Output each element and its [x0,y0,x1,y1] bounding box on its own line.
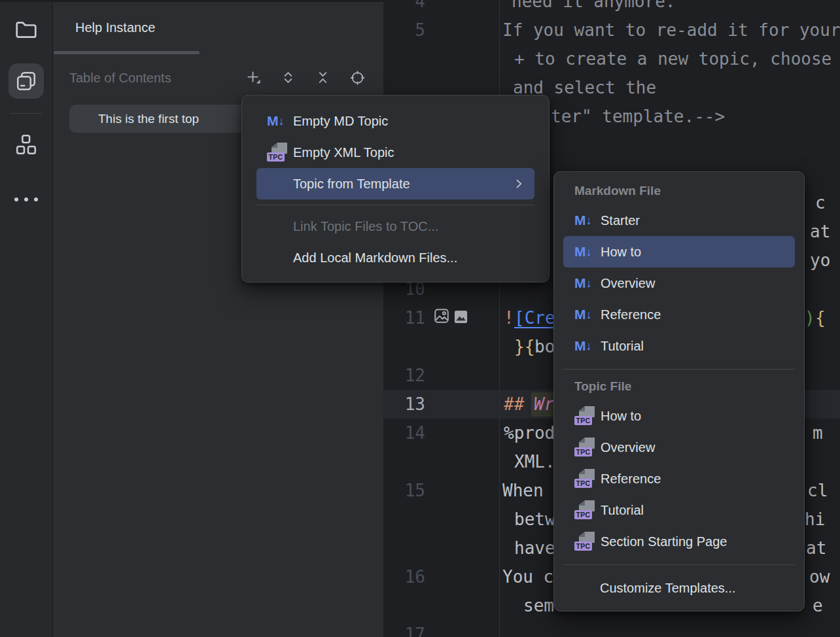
code-text: You c [502,562,553,591]
toc-instances-icon [14,69,38,93]
code-text: cl [807,476,828,505]
menu-separator [563,564,795,565]
line-number-active: 13 [383,390,425,419]
project-folder-button[interactable] [9,12,44,47]
code-link[interactable]: [Cre [514,303,555,332]
add-button[interactable] [246,70,261,85]
line-number: 11 [383,303,425,332]
topic-file-icon: TPC [267,142,288,163]
tool-window-stripe [0,0,53,637]
code-text: have [514,534,555,562]
menu-item-empty-xml-topic[interactable]: TPC Empty XML Topic [256,137,534,168]
code-text: ! [504,303,514,332]
code-text: at [810,217,830,246]
markdown-icon: M↓ [574,337,595,354]
submenu-arrow-icon [512,177,525,190]
toc-tool-button[interactable] [9,63,44,99]
menu-item-add-local-markdown[interactable]: Add Local Markdown Files... [256,242,534,273]
submenu-item-tutorial-topic[interactable]: TPC Tutorial [563,494,795,526]
code-text: XML. [514,447,555,476]
collapse-all-icon[interactable] [315,70,330,85]
submenu-section-header: Topic File [554,377,804,396]
code-text: betw [514,505,555,534]
menu-separator [563,369,795,370]
expand-all-icon[interactable] [281,70,296,85]
submenu-item-reference-md[interactable]: M↓ Reference [563,299,795,330]
menu-separator [256,205,534,205]
code-text: yo [810,246,830,275]
submenu-item-how-to-md[interactable]: M↓ How to [563,236,795,267]
line-number: 15 [383,476,425,505]
submenu-item-section-starting-page[interactable]: TPC Section Starting Page [563,526,795,557]
menu-item-empty-md-topic[interactable]: M↓ Empty MD Topic [256,105,534,137]
structure-icon [14,133,38,156]
submenu-item-overview-md[interactable]: M↓ Overview [563,267,795,299]
more-tools-button[interactable] [9,182,44,217]
topic-file-icon: TPC [574,468,595,489]
topic-file-icon: TPC [574,405,595,426]
menu-item-topic-from-template[interactable]: Topic from Template [256,168,534,199]
code-text: ) [805,303,815,332]
tool-window-tab[interactable]: Help Instance [75,20,155,35]
code-text: bo [534,332,555,361]
code-text: ## [504,390,524,419]
image-outline-icon[interactable] [433,307,450,324]
markdown-icon: M↓ [574,306,595,323]
active-tab-indicator [54,51,200,54]
line-number: 5 [383,16,425,44]
code-text: ow [809,562,830,591]
topic-file-icon: TPC [574,531,595,552]
line-number: 16 [383,562,425,591]
submenu-item-reference-topic[interactable]: TPC Reference [563,463,795,494]
toc-item-label: This is the first top [98,112,199,126]
folder-icon [14,17,39,42]
toc-toolbar [246,70,365,85]
markdown-icon: M↓ [574,275,595,292]
submenu-section-header: Markdown File [554,181,804,201]
line-number: 17 [383,620,425,637]
structure-button[interactable] [9,127,44,162]
code-text: Wr [534,390,554,419]
code-text: If you want to re-add it for your [502,16,840,44]
code-text: %prod [504,419,555,447]
window-top-border [0,0,383,2]
code-text: e [813,591,823,620]
code-text: When [502,476,544,505]
code-text: need it anymore. [512,0,675,16]
code-text: { [815,303,826,332]
submenu-item-how-to-topic[interactable]: TPC How to [563,400,795,432]
stripe-divider [10,113,42,114]
submenu-item-starter[interactable]: M↓ Starter [563,205,795,236]
submenu-item-tutorial-md[interactable]: M↓ Tutorial [563,330,795,362]
ide-window: 4 5 10 11 12 13 14 15 16 17 need it anym… [0,0,840,637]
code-text: + to create a new topic, choose [514,44,831,73]
more-icon [14,198,38,201]
new-topic-menu: M↓ Empty MD Topic TPC Empty XML Topic To… [241,95,550,283]
code-text: at [806,534,826,562]
submenu-item-overview-topic[interactable]: TPC Overview [563,432,795,463]
line-number: 12 [383,361,425,390]
code-text: hi [805,505,825,534]
code-text: c [815,188,826,217]
markdown-icon: M↓ [574,212,595,229]
toc-item[interactable]: This is the first top [69,105,254,133]
topic-file-icon: TPC [574,500,595,521]
code-text: m [813,419,823,447]
line-number: 4 [383,0,425,16]
toc-section-title: Table of Contents [69,71,171,86]
code-text: sem [523,591,554,620]
topic-file-icon: TPC [574,437,595,458]
locate-icon[interactable] [350,70,365,85]
line-number: 14 [383,419,425,447]
image-preview-icon[interactable] [453,309,468,324]
template-submenu: Markdown File M↓ Starter M↓ How to M↓ Ov… [553,171,805,611]
code-text: ter" template.--> [551,102,725,131]
markdown-icon: M↓ [574,243,595,260]
markdown-icon: M↓ [267,112,288,129]
submenu-item-customize-templates[interactable]: Customize Templates... [563,572,795,604]
code-text: }{ [514,332,534,361]
menu-item-link-topic-files: Link Topic Files to TOC... [256,211,534,242]
